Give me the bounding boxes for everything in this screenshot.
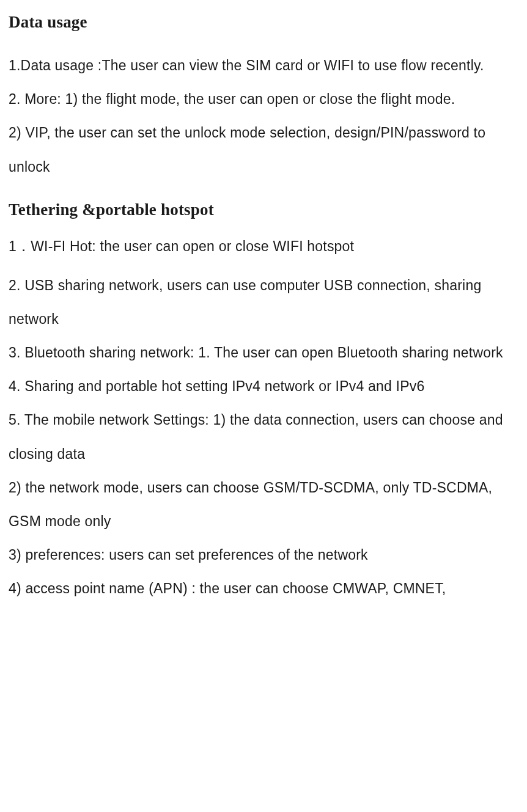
- paragraph-tethering-6: 2) the network mode, users can choose GS…: [9, 471, 518, 538]
- paragraph-data-usage-2: 2. More: 1) the flight mode, the user ca…: [9, 82, 518, 116]
- paragraph-tethering-8: 4) access point name (APN) : the user ca…: [9, 572, 518, 605]
- paragraph-tethering-5: 5. The mobile network Settings: 1) the d…: [9, 403, 518, 470]
- paragraph-data-usage-1: 1.Data usage :The user can view the SIM …: [9, 49, 518, 82]
- paragraph-tethering-2: 2. USB sharing network, users can use co…: [9, 269, 518, 336]
- paragraph-tethering-4: 4. Sharing and portable hot setting IPv4…: [9, 370, 518, 403]
- section-heading-tethering: Tethering &portable hotspot: [9, 199, 518, 222]
- paragraph-tethering-3: 3. Bluetooth sharing network: 1. The use…: [9, 336, 518, 370]
- paragraph-tethering-1: 1．WI-FI Hot: the user can open or close …: [9, 230, 518, 263]
- section-heading-data-usage: Data usage: [9, 11, 518, 34]
- paragraph-tethering-7: 3) preferences: users can set preference…: [9, 538, 518, 572]
- paragraph-data-usage-3: 2) VIP, the user can set the unlock mode…: [9, 116, 518, 183]
